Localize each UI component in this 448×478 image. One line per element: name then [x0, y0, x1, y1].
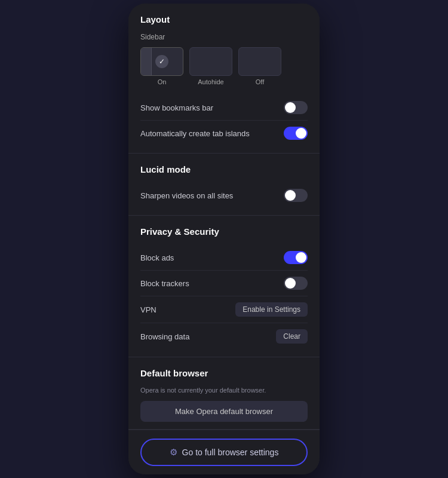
- sidebar-on-label: On: [158, 78, 167, 85]
- enable-in-settings-button[interactable]: Enable in Settings: [235, 302, 308, 317]
- tab-islands-label: Automatically create tab islands: [140, 129, 250, 138]
- layout-section: Layout Sidebar ✓ On Autohide: [128, 4, 320, 154]
- toggle-thumb: [285, 102, 296, 113]
- sidebar-preview-off: [238, 47, 281, 76]
- sidebar-preview-on: ✓: [140, 47, 183, 76]
- sidebar-autohide-label: Autohide: [198, 78, 223, 85]
- lucid-mode-title: Lucid mode: [140, 164, 308, 174]
- vpn-label: VPN: [140, 305, 157, 314]
- block-ads-toggle[interactable]: [284, 251, 308, 264]
- clear-button[interactable]: Clear: [276, 329, 308, 344]
- make-default-button[interactable]: Make Opera default browser: [140, 401, 308, 422]
- browsing-data-label: Browsing data: [140, 332, 189, 341]
- bookmarks-bar-label: Show bookmarks bar: [140, 103, 213, 112]
- bottom-bar: ⚙ Go to full browser settings: [128, 430, 320, 474]
- sidebar-options: ✓ On Autohide Off: [140, 47, 308, 85]
- privacy-title: Privacy & Security: [140, 226, 308, 237]
- sidebar-option-on[interactable]: ✓ On: [140, 47, 183, 85]
- sharpen-videos-row: Sharpen videos on all sites: [140, 183, 308, 208]
- block-trackers-label: Block trackers: [140, 279, 189, 288]
- default-browser-description: Opera is not currently your default brow…: [140, 387, 308, 394]
- sidebar-strip: [141, 48, 152, 75]
- browsing-data-row: Browsing data Clear: [140, 323, 308, 350]
- tab-islands-toggle[interactable]: [284, 127, 308, 140]
- sharpen-videos-label: Sharpen videos on all sites: [140, 191, 233, 200]
- gear-icon: ⚙: [170, 447, 177, 458]
- layout-title: Layout: [140, 14, 308, 24]
- privacy-section: Privacy & Security Block ads Block track…: [128, 216, 320, 357]
- phone-shell: Layout Sidebar ✓ On Autohide: [128, 4, 320, 474]
- vpn-row: VPN Enable in Settings: [140, 296, 308, 323]
- toggle-thumb-4: [296, 252, 306, 263]
- block-ads-row: Block ads: [140, 245, 308, 271]
- toggle-thumb-2: [296, 128, 306, 139]
- sidebar-option-autohide[interactable]: Autohide: [189, 47, 232, 85]
- sharpen-videos-toggle[interactable]: [284, 189, 308, 202]
- sidebar-preview-autohide: [189, 47, 232, 76]
- toggle-thumb-3: [285, 190, 296, 201]
- default-browser-title: Default browser: [140, 368, 308, 378]
- toggle-thumb-5: [285, 278, 296, 289]
- bookmarks-bar-toggle[interactable]: [284, 101, 308, 114]
- lucid-mode-section: Lucid mode Sharpen videos on all sites: [128, 154, 320, 216]
- block-trackers-row: Block trackers: [140, 271, 308, 296]
- settings-panel: Layout Sidebar ✓ On Autohide: [128, 4, 320, 474]
- full-settings-button[interactable]: ⚙ Go to full browser settings: [140, 439, 308, 466]
- full-settings-label: Go to full browser settings: [182, 448, 279, 457]
- checkmark-icon: ✓: [155, 55, 168, 68]
- block-ads-label: Block ads: [140, 253, 174, 262]
- sidebar-option-off[interactable]: Off: [238, 47, 281, 85]
- bookmarks-bar-row: Show bookmarks bar: [140, 95, 308, 121]
- tab-islands-row: Automatically create tab islands: [140, 121, 308, 146]
- sidebar-label: Sidebar: [140, 33, 308, 41]
- sidebar-off-label: Off: [256, 78, 264, 85]
- block-trackers-toggle[interactable]: [284, 277, 308, 290]
- default-browser-section: Default browser Opera is not currently y…: [128, 357, 320, 430]
